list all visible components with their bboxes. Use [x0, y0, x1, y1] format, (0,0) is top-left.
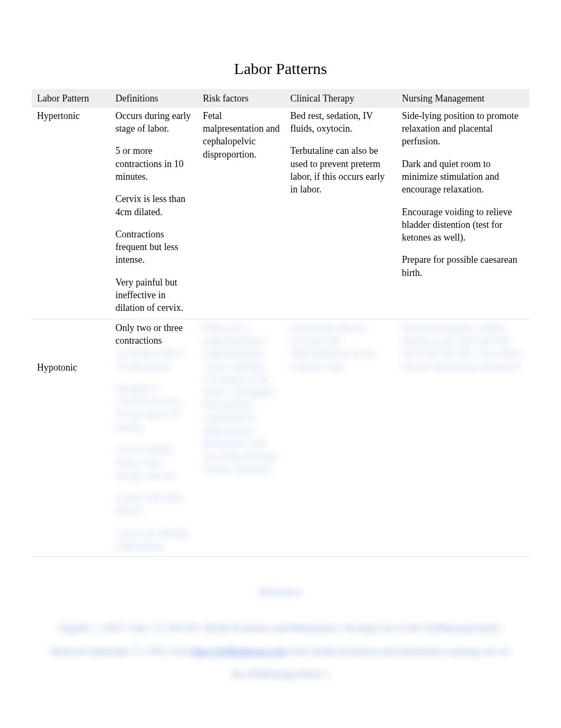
nursing-text: Encourage voiding to relieve bladder dis…	[402, 206, 524, 244]
definition-text-blurred: Cervix not dilating malpositions.	[115, 527, 192, 552]
risk-text: Fetal malpresentation and cephalopelvic …	[203, 109, 280, 161]
cell-therapy-hypertonic: Bed rest, sedation, IV fluids, oxytocin.…	[285, 107, 397, 319]
definition-text-blurred: occurring within a 10-min period.	[115, 347, 192, 373]
header-labor-pattern: Labor Pattern	[32, 89, 110, 107]
header-nursing-management: Nursing Management	[397, 89, 529, 107]
definition-text: Very painful but ineffective in dilation…	[115, 276, 192, 315]
header-definitions: Definitions	[110, 89, 198, 107]
references-body: Engeldo. J. (2017, June 17). NCLEX. Heal…	[32, 617, 529, 686]
reference-text-post: nclex-health-promotion-and-maintenance-n…	[231, 646, 511, 679]
cell-pattern-hypertonic: Hypertonic	[32, 107, 110, 319]
therapy-text: Terbutaline can also be used to prevent …	[291, 144, 391, 196]
page-title: Labor Patterns	[32, 58, 529, 80]
table-row-hypertonic: Hypertonic Occurs during early stage of …	[32, 107, 529, 319]
definition-text: Only two or three contractions	[115, 321, 192, 347]
definition-text-blurred: Strength of contractions does not rise a…	[115, 382, 192, 434]
therapy-text: Bed rest, sedation, IV fluids, oxytocin.	[291, 109, 391, 135]
nursing-text: Side-lying position to promote relaxatio…	[402, 109, 524, 148]
therapy-text-blurred: Amniotomy Pitocin oxytocin and, Amnioinf…	[291, 321, 391, 373]
risk-text-blurred: Fetus is in a malpresenting or malpresen…	[203, 321, 280, 476]
header-clinical-therapy: Clinical Therapy	[285, 89, 397, 107]
pattern-text: Hypotonic	[37, 361, 77, 374]
reference-link: https://brilliantmom.com	[191, 646, 286, 657]
nursing-text-blurred: Emotional support, explain situation, gi…	[402, 321, 524, 373]
cell-nursing-hypertonic: Side-lying position to promote relaxatio…	[397, 107, 529, 319]
definition-text: Occurs during early stage of labor.	[115, 109, 192, 135]
labor-patterns-table: Labor Pattern Definitions Risk factors C…	[32, 89, 529, 557]
references-section: References Engeldo. J. (2017, June 17). …	[32, 586, 529, 686]
cell-risk-hypertonic: Fetal malpresentation and cephalopelvic …	[198, 107, 285, 319]
nursing-text: Dark and quiet room to minimize stimulat…	[402, 158, 524, 196]
definition-text: Cervix is less than 4cm dilated.	[115, 192, 192, 218]
definition-text: 5 or more contractions in 10 minutes.	[115, 144, 192, 183]
definition-text: Contractions frequent but less intense.	[115, 228, 192, 266]
header-risk-factors: Risk factors	[198, 89, 285, 107]
definition-text-blurred: Cervix initially makes some change, and …	[115, 443, 192, 482]
cell-therapy-hypotonic: Amniotomy Pitocin oxytocin and, Amnioinf…	[285, 319, 397, 556]
references-heading: References	[32, 586, 529, 598]
cell-nursing-hypotonic: Emotional support, explain situation, gi…	[397, 319, 529, 556]
cell-pattern-hypotonic: Hypotonic	[32, 319, 110, 556]
nursing-text: Prepare for possible caesarean birth.	[402, 253, 524, 279]
table-header-row: Labor Pattern Definitions Risk factors C…	[32, 89, 529, 107]
reference-text-pre: Engeldo. J. (2017, June 17). NCLEX. Heal…	[50, 623, 502, 656]
table-row-hypotonic: Hypotonic Only two or three contractions…	[32, 319, 529, 556]
cell-risk-hypotonic: Fetus is in a malpresenting or malpresen…	[198, 319, 285, 556]
cell-definitions-hypotonic: Only two or three contractions occurring…	[110, 319, 198, 556]
definition-text-blurred: woman with feels dilated.	[115, 491, 192, 517]
cell-definitions-hypertonic: Occurs during early stage of labor. 5 or…	[110, 107, 198, 319]
